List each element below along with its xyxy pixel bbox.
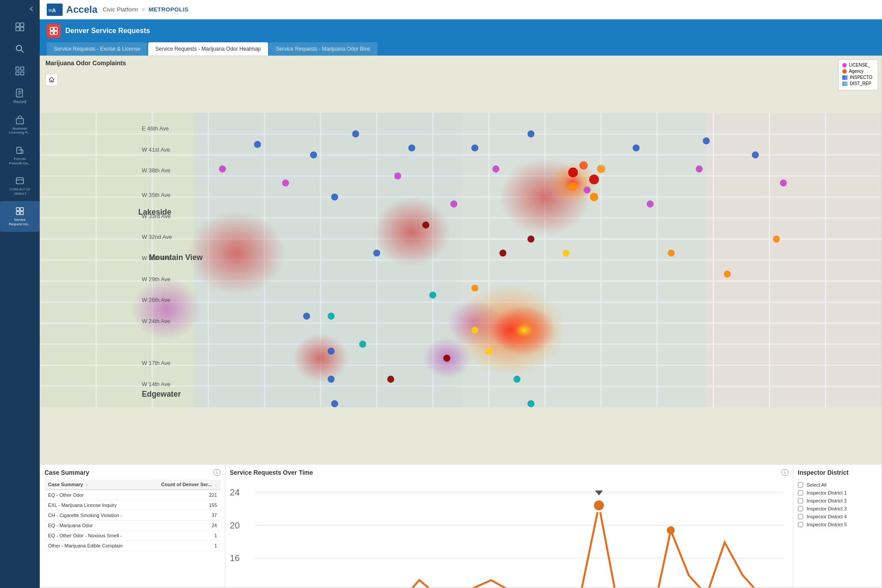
sidebar-item-record[interactable]: Record	[0, 83, 40, 110]
sidebar-toggle[interactable]	[0, 4, 40, 17]
sidebar-item-layout[interactable]	[0, 17, 40, 39]
legend-item-agency: Agency	[842, 69, 874, 74]
legend-label-distrep: DIST_REP	[850, 81, 871, 86]
svg-rect-3	[20, 27, 24, 31]
svg-rect-31	[54, 31, 57, 34]
checkbox-select-all[interactable]	[798, 482, 803, 488]
inspector-district-3[interactable]: Inspector District 3	[798, 506, 877, 511]
svg-point-134	[579, 161, 588, 170]
svg-point-115	[471, 285, 478, 292]
svg-text:Mountain View: Mountain View	[149, 253, 202, 262]
legend-dot-agency	[842, 69, 847, 74]
case-summary-info[interactable]: i	[213, 469, 220, 476]
svg-text:W 26th Ave: W 26th Ave	[142, 297, 171, 303]
svg-point-124	[429, 292, 436, 299]
svg-rect-2	[16, 27, 19, 31]
svg-rect-24	[16, 212, 19, 215]
svg-point-108	[493, 165, 500, 172]
inspector-district-5[interactable]: Inspector District 5	[798, 522, 877, 527]
svg-rect-0	[16, 23, 19, 26]
district-3-label: Inspector District 3	[807, 506, 847, 511]
svg-point-109	[583, 186, 590, 194]
sidebar-item-com[interactable]: COM-ALT-19-000017	[0, 171, 40, 201]
svg-point-150	[593, 499, 605, 511]
checkbox-district-1[interactable]	[798, 490, 803, 495]
col-case-summary: Case Summary ↑	[45, 480, 144, 490]
case-label: EQ - Other Odor	[45, 490, 144, 500]
svg-line-5	[21, 50, 24, 53]
dashboard: Denver Service Requests Service Requests…	[40, 19, 882, 588]
svg-point-66	[373, 197, 450, 267]
breadcrumb: Civic Platform > METROPOLIS	[103, 6, 189, 13]
table-row[interactable]: EQ - Other Odor - Noxious Smell - 1	[45, 531, 220, 541]
sidebar-item-grid[interactable]	[0, 61, 40, 83]
map-section: Marijuana Odor Complaints ≡ +	[40, 56, 882, 464]
sidebar-label-record: Record	[13, 100, 26, 104]
svg-point-123	[359, 341, 366, 348]
sidebar-item-business[interactable]: BusinessLicensing R...	[0, 110, 40, 140]
svg-point-118	[773, 235, 780, 242]
checkbox-district-2[interactable]	[798, 498, 803, 503]
case-count: 1	[144, 541, 220, 551]
svg-point-113	[569, 182, 577, 191]
sort-icon-1[interactable]: ↑	[86, 483, 89, 487]
svg-point-126	[527, 400, 534, 407]
tab-bins[interactable]: Service Requests - Marijuana Odor Bins	[269, 42, 377, 56]
case-summary-table: Case Summary ↑ Count of Denver Ser... ↓	[45, 480, 220, 551]
sidebar: Record BusinessLicensing R... PermitsPow…	[0, 0, 40, 588]
svg-point-98	[331, 400, 338, 407]
checkbox-district-3[interactable]	[798, 506, 803, 511]
svg-point-107	[450, 201, 457, 208]
checkbox-district-5[interactable]	[798, 522, 803, 527]
table-row[interactable]: EQ - Marijuana Odor 24	[45, 521, 220, 531]
svg-text:W 24th Ave: W 24th Ave	[142, 318, 171, 324]
svg-point-128	[422, 222, 430, 229]
svg-text:20: 20	[230, 521, 240, 530]
svg-rect-16	[17, 147, 21, 153]
sidebar-item-service[interactable]: ServiceRequest Ins...	[0, 201, 40, 231]
svg-point-135	[597, 165, 605, 173]
map-home-button[interactable]	[45, 74, 58, 86]
case-label: EQ - Other Odor - Noxious Smell -	[45, 531, 144, 541]
tab-excise[interactable]: Service Requests - Excise & License	[47, 42, 147, 56]
case-label: EQ - Marijuana Odor	[45, 521, 144, 531]
svg-rect-1	[20, 23, 24, 26]
case-label: Other - Marijuana Edible Complain	[45, 541, 144, 551]
svg-point-69	[493, 305, 556, 354]
table-row[interactable]: EXL - Marijuana License Inquiry 155	[45, 500, 220, 510]
sidebar-item-permits[interactable]: PermitsPowerBI Da...	[0, 140, 40, 171]
nav-platform: Civic Platform	[103, 6, 138, 13]
svg-point-131	[387, 376, 394, 383]
svg-point-95	[303, 313, 310, 320]
svg-rect-23	[20, 208, 23, 211]
svg-text:W 17th Ave: W 17th Ave	[142, 360, 171, 367]
inspector-district-2[interactable]: Inspector District 2	[798, 498, 877, 503]
table-row[interactable]: EQ - Other Odor 221	[45, 490, 220, 500]
inspector-district-4[interactable]: Inspector District 4	[798, 514, 877, 519]
svg-text:W 32nd Ave: W 32nd Ave	[142, 234, 172, 240]
checkbox-district-4[interactable]	[798, 514, 803, 519]
sidebar-item-search[interactable]	[0, 39, 40, 61]
legend-label-agency: Agency	[849, 69, 863, 74]
legend-item-inspector: INSPECTO	[842, 75, 874, 80]
svg-rect-29	[54, 27, 57, 30]
chart-panel: Service Requests Over Time i 24 20 16 12…	[225, 465, 793, 588]
inspector-select-all[interactable]: Select All	[798, 482, 877, 488]
bottom-panels: Case Summary i Case Summary ↑ Cou	[40, 464, 882, 588]
svg-point-121	[563, 249, 570, 257]
table-row[interactable]: CH - Cigarette Smoking Violation - 37	[45, 510, 220, 521]
app-header: ≡A Accela Civic Platform > METROPOLIS	[40, 0, 882, 19]
sort-icon-2[interactable]: ↓	[215, 483, 217, 487]
svg-point-106	[394, 172, 401, 179]
inspector-district-1[interactable]: Inspector District 1	[798, 490, 877, 495]
map-canvas[interactable]: E 46th Ave W 41st Ave W 38th Ave W 35th …	[40, 56, 882, 464]
tab-heatmap[interactable]: Service Requests - Marijuana Odor Heatma…	[148, 42, 268, 56]
svg-point-72	[292, 334, 348, 383]
svg-point-129	[527, 235, 534, 242]
chart-info[interactable]: i	[781, 469, 789, 476]
svg-point-99	[471, 145, 478, 152]
inspector-title-text: Inspector District	[798, 469, 848, 476]
table-row[interactable]: Other - Marijuana Edible Complain 1	[45, 541, 220, 551]
svg-point-103	[752, 152, 759, 159]
svg-point-110	[647, 201, 654, 208]
